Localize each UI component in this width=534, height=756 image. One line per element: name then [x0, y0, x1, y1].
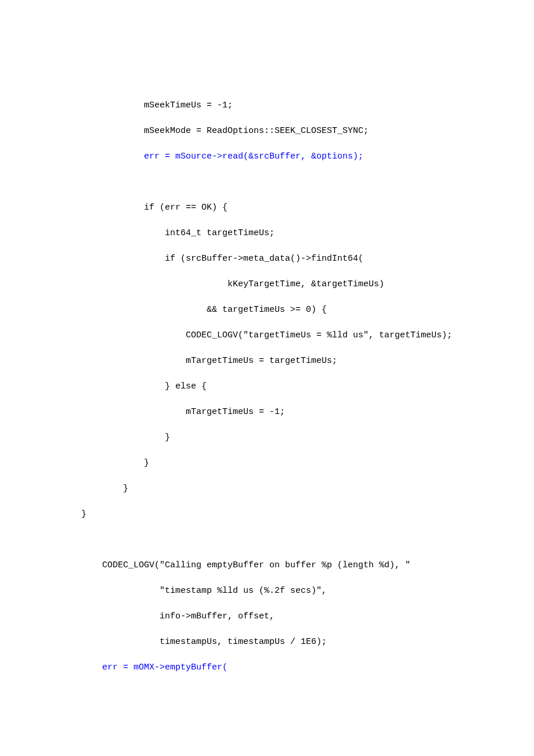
code-line: if (srcBuffer->meta_data()->findInt64( [81, 254, 363, 264]
code-line: } [81, 509, 86, 519]
code-line: } [81, 484, 128, 494]
code-line: CODEC_LOGV("targetTimeUs = %lld us", tar… [81, 330, 452, 340]
code-document: mSeekTimeUs = -1; mSeekMode = ReadOption… [0, 0, 534, 715]
code-line: && targetTimeUs >= 0) { [81, 305, 327, 315]
code-line: "timestamp %lld us (%.2f secs)", [81, 586, 327, 596]
code-line: CODEC_LOGV("Calling emptyBuffer on buffe… [81, 560, 410, 570]
code-line: mTargetTimeUs = -1; [81, 407, 285, 417]
code-line: mTargetTimeUs = targetTimeUs; [81, 356, 337, 366]
code-line: kKeyTargetTime, &targetTimeUs) [81, 279, 384, 289]
code-line: mSeekMode = ReadOptions::SEEK_CLOSEST_SY… [81, 126, 369, 136]
code-line: info->mBuffer, offset, [81, 611, 275, 621]
code-line: } [81, 458, 149, 468]
code-line-highlight: err = mOMX->emptyBuffer( [102, 663, 228, 672]
code-line: if (err == OK) { [81, 203, 228, 213]
code-line: int64_t targetTimeUs; [81, 228, 275, 238]
code-line: mSeekTimeUs = -1; [81, 100, 233, 110]
code-line-highlight: err = mSource->read(&srcBuffer, &options… [144, 152, 363, 161]
code-indent [81, 663, 102, 672]
code-line: timestampUs, timestampUs / 1E6); [81, 637, 327, 647]
code-line: } else { [81, 381, 207, 391]
code-line: } [81, 433, 170, 442]
code-indent [81, 152, 144, 161]
